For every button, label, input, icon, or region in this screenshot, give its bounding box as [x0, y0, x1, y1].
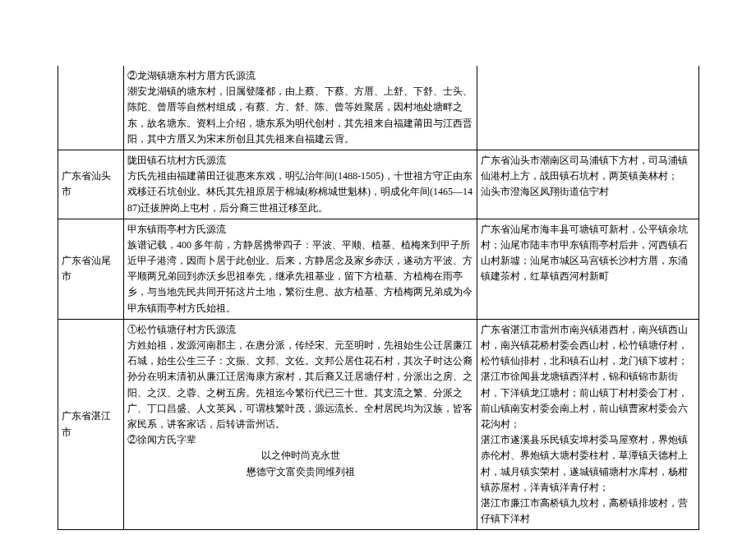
places-cell: 广东省汕尾市海丰县可塘镇可新村，公平镇余坑村；汕尾市陆丰市甲东镇雨亭村后井，河西…: [477, 219, 699, 319]
origin-line: ②龙湖镇塘东村方厝方氏源流: [127, 68, 473, 84]
origin-line: 以之仲时尚克永世: [127, 448, 473, 464]
origin-line: 族谱记载，400 多年前，方静居携带四子：平波、平顺、植基、植梅来到甲子所近甲子…: [127, 238, 473, 316]
origin-line: 陇田镇石坑村方氏源流: [127, 153, 473, 168]
places-line: 汕头市澄海区凤翔街道信宁村: [481, 184, 695, 200]
places-line: 湛江市遂溪县乐民镇安埠村委马屋寮村，界炮镇赤伦村、界炮镇大塘村委柱村，草潭镇天德…: [481, 432, 695, 496]
table-row: 广东省汕头市陇田镇石坑村方氏源流方氏先祖由福建莆田迁徙惠来东戏，明弘治年间(14…: [58, 150, 699, 219]
places-cell: [477, 66, 699, 150]
table-row: 广东省汕尾市甲东镇雨亭村方氏源流族谱记载，400 多年前，方静居携带四子：平波、…: [58, 219, 699, 319]
places-line: 湛江市廉江市高桥镇九坟村，高桥镇排坡村，营仔镇下洋村: [481, 496, 695, 527]
origin-cell: ②龙湖镇塘东村方厝方氏源流潮安龙湖镇的塘东村，旧属登隆都，由上蔡、下蔡、方厝、上…: [124, 66, 477, 150]
table-row: 广东省湛江市①松竹镇塘仔村方氏源流方姓始祖，发源河南郡主，在唐分派，传经宋、元至…: [58, 319, 699, 529]
places-line: 广东省汕尾市海丰县可塘镇可新村，公平镇余坑村；汕尾市陆丰市甲东镇雨亭村后井，河西…: [481, 222, 695, 285]
origin-line: 方氏先祖由福建莆田迁徙惠来东戏，明弘治年间(1488-1505)，十世祖方守正由…: [127, 168, 473, 216]
places-cell: 广东省汕头市潮南区司马浦镇下方村，司马浦镇仙港村上方，战田镇石坑村，两英镇美林村…: [477, 150, 699, 219]
region-cell: 广东省汕头市: [58, 150, 124, 219]
places-cell: 广东省湛江市雷州市南兴镇港西村，南兴镇西山村，南兴镇花桥村委会西山村，松竹镇塘仔…: [477, 319, 699, 529]
places-line: 广东省湛江市雷州市南兴镇港西村，南兴镇西山村，南兴镇花桥村委会西山村，松竹镇塘仔…: [481, 322, 695, 370]
origin-line: ①松竹镇塘仔村方氏源流: [127, 322, 473, 338]
origin-cell: 陇田镇石坑村方氏源流方氏先祖由福建莆田迁徙惠来东戏，明弘治年间(1488-150…: [124, 150, 477, 219]
origin-cell: ①松竹镇塘仔村方氏源流方姓始祖，发源河南郡主，在唐分派，传经宋、元至明时，先祖始…: [124, 319, 477, 529]
places-line: 广东省汕头市潮南区司马浦镇下方村，司马浦镇仙港村上方，战田镇石坑村，两英镇美林村…: [481, 153, 695, 184]
origin-line: 懋德守文富奕贵同维列祖: [127, 464, 473, 480]
table-row: ②龙湖镇塘东村方厝方氏源流潮安龙湖镇的塘东村，旧属登隆都，由上蔡、下蔡、方厝、上…: [58, 66, 699, 150]
origin-line: 甲东镇雨亭村方氏源流: [127, 222, 473, 238]
region-cell: 广东省湛江市: [58, 319, 124, 529]
places-line: 湛江市徐闻县龙塘镇西洋村，锦和镇锦市新街村，下洋镇龙江塘村；前山镇丁村村委会丁村…: [481, 369, 695, 432]
origin-line: 潮安龙湖镇的塘东村，旧属登隆都，由上蔡、下蔡、方厝、上舒、下舒、士头、陈陀、曾厝…: [127, 84, 473, 147]
origin-cell: 甲东镇雨亭村方氏源流族谱记载，400 多年前，方静居携带四子：平波、平顺、植基、…: [124, 219, 477, 319]
origin-line: ②徐闻方氏字辈: [127, 432, 473, 448]
region-cell: [58, 66, 124, 150]
region-cell: 广东省汕尾市: [58, 219, 124, 319]
genealogy-table: ②龙湖镇塘东村方厝方氏源流潮安龙湖镇的塘东村，旧属登隆都，由上蔡、下蔡、方厝、上…: [58, 66, 699, 530]
origin-line: 方姓始祖，发源河南郡主，在唐分派，传经宋、元至明时，先祖始生公迁居廉江石城，始生…: [127, 338, 473, 432]
